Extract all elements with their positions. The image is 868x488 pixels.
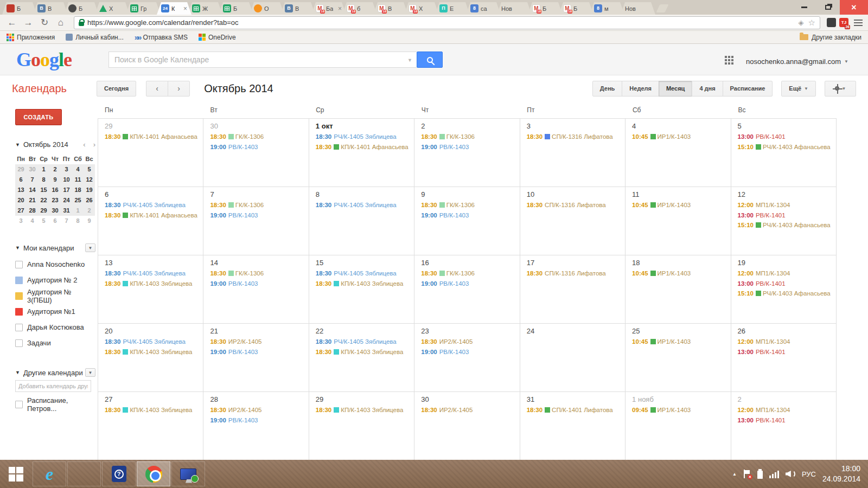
event[interactable]: 12:00МП1/К-1304 [731,268,836,279]
browser-menu-icon[interactable] [854,20,863,26]
mini-day[interactable]: 10 [61,175,72,185]
collapse-triangle-icon[interactable]: ▼ [15,142,20,147]
event[interactable]: 15:10РЧ/К-1403 Афанасьева [731,288,836,299]
day-cell[interactable]: 2718:30КП/К-1403 Зяблицева [98,392,203,460]
mini-day[interactable]: 25 [72,195,84,206]
tab-close-icon[interactable]: × [183,5,187,12]
event[interactable]: 18:30ИР2/К-1405 [414,405,519,415]
event[interactable]: 19:00РВ/К-1403 [203,142,308,152]
calendar-list-item[interactable]: Аудитория №1 [15,304,98,319]
event[interactable]: 19:00РВ/К-1403 [203,415,308,426]
minimize-button[interactable] [792,0,816,15]
mini-day[interactable]: 7 [27,175,38,185]
event[interactable]: 10:45ИР1/К-1403 [626,132,730,142]
mini-day[interactable]: 5 [38,216,49,226]
new-tab-button[interactable] [656,4,669,12]
mini-day[interactable]: 21 [27,195,38,206]
bookmark-star-icon[interactable]: ☆ [808,18,815,28]
mini-day[interactable]: 3 [61,164,72,175]
day-cell[interactable]: 1018:30СП/К-1316 Лифатова [520,187,626,255]
browser-tab[interactable]: ПЕ [435,2,470,15]
browser-tab[interactable]: Б [64,2,99,15]
event[interactable]: 19:00РВ/К-1403 [414,142,519,152]
browser-tab[interactable]: ВВ [33,2,68,15]
tray-expand-icon[interactable]: ▲ [732,472,737,477]
mini-next-icon[interactable]: › [93,140,95,149]
collapse-triangle-icon[interactable]: ▼ [15,245,20,251]
event[interactable]: 13:00РВ/К-1401 [731,347,836,357]
day-cell[interactable]: 1718:30СП/К-1316 Лифатова [520,255,626,323]
day-cell[interactable]: 24 [520,324,626,391]
browser-tab[interactable]: Б [2,2,37,15]
mini-day[interactable]: 23 [49,195,61,206]
event[interactable]: 18:30ГК/К-1306 [203,268,308,279]
google-logo[interactable]: Google [16,48,72,71]
mini-day[interactable]: 5 [84,164,95,175]
event[interactable]: 12:00МП1/К-1304 [731,405,836,415]
view-button[interactable]: Расписание [723,81,773,97]
mini-day[interactable]: 6 [49,216,61,226]
browser-tab[interactable]: 24К× [157,2,192,15]
mini-day[interactable]: 18 [72,185,84,195]
browser-tab[interactable]: МБа× [311,2,346,15]
tj-extension-icon[interactable]: TJ [839,18,848,27]
event[interactable]: 18:30ГК/К-1306 [203,132,308,142]
event[interactable]: 18:30КП/К-1403 Зяблицева [98,279,203,289]
collapse-triangle-icon[interactable]: ▼ [15,370,20,375]
volume-icon[interactable] [786,470,795,478]
event[interactable]: 09:45ИР1/К-1403 [626,405,730,415]
taskbar-chrome-button[interactable] [137,461,170,486]
view-button[interactable]: Неделя [622,81,659,97]
mini-day[interactable]: 16 [49,185,61,195]
event[interactable]: 10:45ИР1/К-1403 [626,200,730,210]
today-button[interactable]: Сегодня [97,81,136,97]
bookmark-item[interactable]: Приложения [7,34,55,41]
day-cell[interactable]: 513:00РВ/К-140115:10РЧ/К-1403 Афанасьева [731,119,837,187]
event[interactable]: 12:00МП1/К-1304 [731,337,836,347]
mini-day[interactable]: 6 [15,175,27,185]
apps-grid-icon[interactable] [725,56,727,58]
day-cell[interactable]: 1618:30ГК/К-130619:00РВ/К-1403 [414,255,520,323]
event[interactable]: 18:30СП/К-1401 Лифатова [520,405,625,415]
bookmark-item[interactable]: Отправка SMS [135,33,188,41]
mini-day[interactable]: 13 [15,185,27,195]
calendar-list-item[interactable]: Аудитория № 2 [15,272,98,288]
browser-tab[interactable]: 8са [466,2,501,15]
event[interactable]: 18:30КП/К-1401 Афанасьева [98,210,203,221]
day-cell[interactable]: 1518:30РЧ/К-1405 Зяблицева18:30КП/К-1403… [309,255,414,323]
battery-icon[interactable] [757,471,763,479]
close-button[interactable]: × [840,0,868,15]
event[interactable]: 18:30ГК/К-1306 [414,132,519,142]
event[interactable]: 10:45ИР1/К-1403 [626,337,730,347]
mini-day[interactable]: 9 [84,216,95,226]
event[interactable]: 10:45ИР1/К-1403 [626,268,730,279]
event[interactable]: 18:30РЧ/К-1405 Зяблицева [98,337,203,347]
browser-tab[interactable]: ВВ [280,2,315,15]
day-cell[interactable]: 3118:30СП/К-1401 Лифатова [520,392,626,460]
day-cell[interactable]: 1912:00МП1/К-130413:00РВ/К-140115:10РЧ/К… [731,255,837,323]
event[interactable]: 19:00РВ/К-1403 [203,347,308,357]
action-center-flag-icon[interactable]: ✕ [743,470,751,478]
forward-icon[interactable]: → [22,18,35,27]
settings-button[interactable]: ▼ [825,81,856,97]
browser-tab[interactable]: Нов [621,2,655,15]
mini-day[interactable]: 4 [27,216,38,226]
event[interactable]: 18:30КП/К-1401 Афанасьева [98,132,203,142]
day-cell[interactable]: 2218:30РЧ/К-1405 Зяблицева18:30КП/К-1403… [309,324,414,391]
search-button[interactable] [417,52,443,68]
browser-tab[interactable]: Х [95,2,130,15]
event[interactable]: 18:30ИР2/К-1405 [203,405,308,415]
day-cell[interactable]: 2018:30РЧ/К-1405 Зяблицева18:30КП/К-1403… [98,324,203,391]
mini-day[interactable]: 17 [61,185,72,195]
start-button[interactable] [0,460,31,488]
browser-tab[interactable]: Нов [497,2,532,15]
day-cell[interactable]: 410:45ИР1/К-1403 [626,119,731,187]
day-cell[interactable]: 2510:45ИР1/К-1403 [626,324,731,391]
day-cell[interactable]: 318:30СП/К-1316 Лифатова [520,119,626,187]
mini-day[interactable]: 29 [38,206,49,216]
browser-tab[interactable]: МВ [373,2,408,15]
clock[interactable]: 18:00 24.09.2014 [822,464,860,484]
day-cell[interactable]: 1110:45ИР1/К-1403 [626,187,731,255]
event[interactable]: 18:30СП/К-1316 Лифатова [520,200,625,210]
mini-day[interactable]: 22 [38,195,49,206]
